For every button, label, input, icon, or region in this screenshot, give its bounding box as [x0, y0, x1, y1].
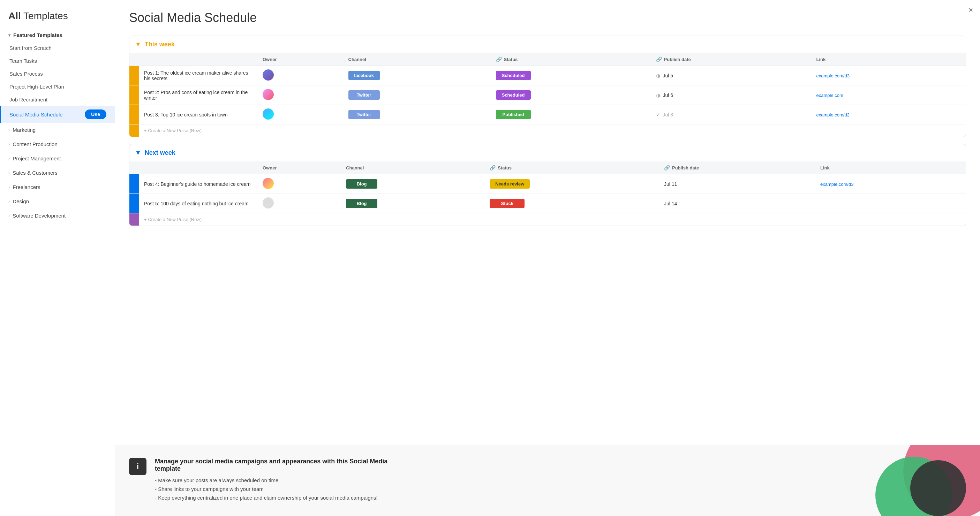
table-header-row: Owner Channel 🔗 Status 🔗 Publish date	[129, 53, 966, 66]
create-row[interactable]: + Create a New Pulse (Row)	[129, 213, 966, 226]
publish-date-col-header: 🔗 Publish date	[651, 53, 811, 66]
status-cell: Published	[491, 105, 651, 124]
this-week-table: Owner Channel 🔗 Status 🔗 Publish date	[129, 53, 966, 137]
title-bold: All	[8, 11, 21, 21]
date-cell: Jul 11	[659, 174, 815, 194]
owner-cell	[258, 194, 341, 213]
design-label: Design	[13, 198, 29, 204]
status-col-header: 🔗 Status	[491, 53, 651, 66]
use-button[interactable]: Use	[85, 110, 107, 119]
status-badge: Scheduled	[496, 90, 531, 100]
channel-badge: Blog	[346, 199, 377, 208]
next-week-arrow-icon: ▼	[135, 149, 141, 157]
sidebar-item-start-scratch[interactable]: Start from Scratch	[0, 41, 115, 54]
link-cell: example.com/d3	[811, 66, 966, 86]
featured-templates-section[interactable]: ▾ Featured Templates	[0, 29, 115, 41]
date-cell: ◑Jul 6	[651, 86, 811, 105]
table-row: Post 4: Beginner's guide to homemade ice…	[129, 174, 966, 194]
group-header-next-week[interactable]: ▼ Next week	[129, 144, 966, 162]
date-value: Jul 6	[663, 92, 673, 98]
channel-cell: facebook	[344, 66, 491, 86]
owner-col-header: Owner	[258, 53, 344, 66]
sidebar-item-project-management[interactable]: › Project Management	[0, 151, 115, 166]
sidebar-item-team-tasks[interactable]: Team Tasks	[0, 54, 115, 67]
date-icon: ◑	[656, 92, 660, 98]
next-week-table: Owner Channel 🔗 Status 🔗 Publish date	[129, 162, 966, 225]
owner-cell	[258, 86, 344, 105]
bullet-2: Share links to your campaigns with your …	[155, 486, 408, 492]
row-color-bar	[129, 124, 139, 137]
content-label: Content Production	[13, 141, 57, 147]
sidebar-item-content-production[interactable]: › Content Production	[0, 137, 115, 151]
status-badge: Needs review	[490, 179, 530, 189]
create-row[interactable]: + Create a New Pulse (Row)	[129, 124, 966, 137]
status-header-label: Status	[504, 57, 518, 62]
create-pulse-label: + Create a New Pulse (Row)	[139, 124, 966, 137]
table-row: Post 5: 100 days of eating nothing but i…	[129, 194, 966, 213]
main-content: Social Media Schedule ▼ This week Owner …	[115, 0, 980, 445]
group-header-this-week[interactable]: ▼ This week	[129, 36, 966, 53]
channel-cell: Twitter	[344, 105, 491, 124]
table-header-row: Owner Channel 🔗 Status 🔗 Publish date	[129, 162, 966, 174]
row-color-bar	[129, 66, 139, 86]
avatar	[262, 108, 274, 119]
link-col-header: Link	[815, 162, 966, 174]
sidebar-item-design[interactable]: › Design	[0, 194, 115, 208]
sidebar-item-marketing[interactable]: › Marketing	[0, 123, 115, 137]
bullet-1: Make sure your posts are always schedule…	[155, 477, 408, 483]
sidebar-item-software-dev[interactable]: › Software Development	[0, 208, 115, 223]
channel-badge: Twitter	[348, 110, 380, 119]
row-color-bar	[129, 174, 139, 194]
sidebar-item-social-media[interactable]: Social Media Schedule Use	[0, 106, 115, 123]
sidebar-item-freelancers[interactable]: › Freelancers	[0, 180, 115, 194]
next-week-label: Next week	[145, 149, 175, 157]
this-week-arrow-icon: ▼	[135, 41, 141, 48]
bullet-3: Keep everything centralized in one place…	[155, 495, 408, 501]
circle-dark	[910, 460, 966, 516]
design-chevron-icon: ›	[8, 199, 10, 204]
project-mgmt-chevron-icon: ›	[8, 156, 10, 161]
publish-date-header-label: Publish date	[664, 57, 691, 62]
status-cell: Stuck	[485, 194, 659, 213]
description-text: Manage your social media campaigns and a…	[155, 458, 408, 503]
channel-cell: Twitter	[344, 86, 491, 105]
date-cell: ◑Jul 5	[651, 66, 811, 86]
owner-cell	[258, 105, 344, 124]
template-title: Social Media Schedule	[129, 11, 966, 25]
date-value: Jul 14	[664, 201, 677, 206]
link-col-header: Link	[811, 53, 966, 66]
sidebar-item-job-recruitment[interactable]: Job Recruitment	[0, 93, 115, 106]
status-header-label: Status	[498, 165, 512, 170]
sales-label: Sales & Customers	[13, 170, 57, 176]
sidebar-item-sales-customers[interactable]: › Sales & Customers	[0, 166, 115, 180]
software-label: Software Development	[13, 213, 65, 219]
status-cell: Scheduled	[491, 86, 651, 105]
decorative-circles	[865, 445, 980, 516]
sidebar-item-sales-process[interactable]: Sales Process	[0, 67, 115, 80]
date-icon: ◑	[656, 73, 660, 78]
color-col-header	[129, 53, 139, 66]
channel-cell: Blog	[341, 174, 485, 194]
avatar	[262, 178, 274, 189]
avatar	[262, 197, 274, 208]
description-inner: i Manage your social media campaigns and…	[129, 458, 408, 503]
date-link-icon: 🔗	[664, 165, 670, 170]
info-icon: i	[129, 458, 146, 475]
status-cell: Needs review	[485, 174, 659, 194]
table-row: Post 3: Top 10 ice cream spots in town T…	[129, 105, 966, 124]
link-value: example.com/d3	[820, 182, 853, 187]
row-color-bar	[129, 86, 139, 105]
link-cell: example.com/d3	[815, 174, 966, 194]
marketing-label: Marketing	[13, 127, 36, 133]
featured-arrow-icon: ▾	[8, 33, 11, 38]
software-chevron-icon: ›	[8, 213, 10, 218]
post-title: Post 4: Beginner's guide to homemade ice…	[139, 174, 258, 194]
project-mgmt-label: Project Management	[13, 156, 61, 162]
status-col-header: 🔗 Status	[485, 162, 659, 174]
sidebar-item-project-plan[interactable]: Project High-Level Plan	[0, 80, 115, 93]
post-title: Post 1: The oldest ice cream maker alive…	[139, 66, 258, 86]
post-title: Post 2: Pros and cons of eating ice crea…	[139, 86, 258, 105]
link-value: example.com/d3	[816, 73, 850, 78]
featured-label: Featured Templates	[13, 32, 62, 38]
close-button[interactable]: ×	[969, 6, 973, 15]
